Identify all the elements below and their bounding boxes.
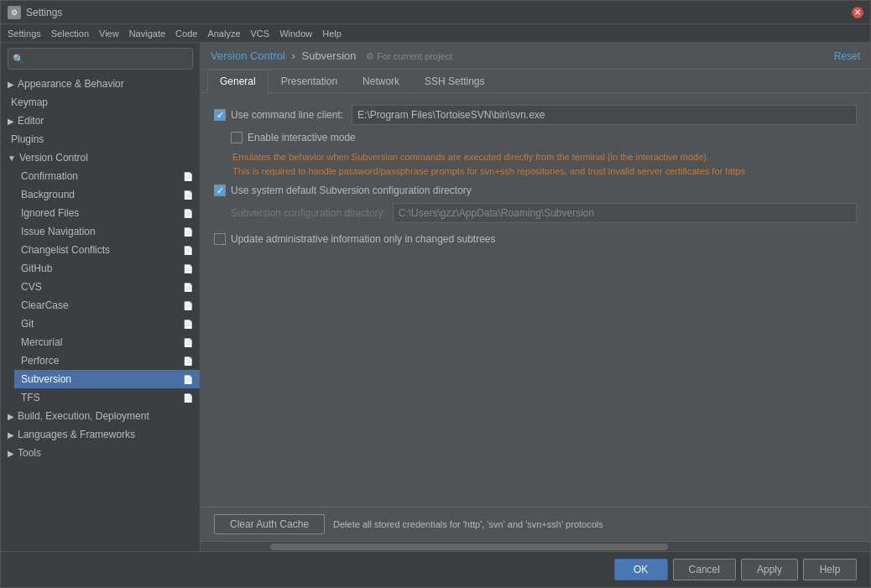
page-icon: 📄 — [183, 283, 193, 292]
scrollbar-thumb[interactable] — [270, 544, 668, 550]
window-controls: ✕ — [852, 7, 863, 18]
menu-view[interactable]: View — [99, 29, 119, 39]
apply-button[interactable]: Apply — [741, 559, 798, 580]
sidebar-section-languages[interactable]: ▶ Languages & Frameworks — [1, 425, 200, 444]
sidebar-item-github[interactable]: GitHub 📄 — [14, 259, 200, 278]
help-button[interactable]: Help — [803, 559, 857, 580]
breadcrumb-root[interactable]: Version Control — [211, 49, 285, 62]
sidebar-item-label: GitHub — [21, 263, 52, 274]
info-line-1: Emulates the behavior when Subversion co… — [232, 150, 857, 164]
bottom-bar: OK Cancel Apply Help — [1, 551, 870, 587]
menu-help[interactable]: Help — [322, 29, 342, 39]
svn-config-dir-input — [393, 203, 857, 223]
breadcrumb-separator: › — [292, 49, 295, 62]
sidebar-item-label: Ignored Files — [21, 207, 79, 219]
menu-window[interactable]: Window — [279, 29, 312, 39]
app-icon: ⚙ — [8, 6, 21, 19]
sidebar-item-changelist-conflicts[interactable]: Changelist Conflicts 📄 — [14, 241, 200, 259]
sidebar-item-background[interactable]: Background 📄 — [14, 185, 200, 204]
clear-auth-cache-button[interactable]: Clear Auth Cache — [214, 514, 325, 534]
sidebar-item-label: Tools — [18, 447, 41, 459]
sidebar-item-label: Languages & Frameworks — [18, 429, 135, 440]
enable-interactive-checkbox[interactable] — [231, 132, 243, 143]
sidebar-item-cvs[interactable]: CVS 📄 — [14, 278, 200, 296]
sidebar-item-ignored-files[interactable]: Ignored Files 📄 — [14, 204, 200, 222]
menu-vcs[interactable]: VCS — [251, 29, 270, 39]
tab-general[interactable]: General — [207, 70, 269, 93]
search-icon: 🔍 — [13, 54, 24, 65]
use-cmd-client-checkbox[interactable] — [214, 109, 226, 121]
reset-button[interactable]: Reset — [834, 50, 860, 62]
search-box: 🔍 — [8, 48, 193, 70]
use-cmd-client-label: Use command line client: — [231, 109, 343, 121]
sidebar-item-mercurial[interactable]: Mercurial 📄 — [14, 333, 200, 351]
chevron-right-icon: ▶ — [8, 430, 14, 440]
sidebar-item-plugins[interactable]: Plugins — [1, 130, 200, 148]
cancel-button[interactable]: Cancel — [673, 559, 736, 580]
svn-config-dir-label: Subversion configuration directory: — [231, 207, 386, 219]
update-admin-label: Update administrative information only i… — [231, 233, 496, 245]
footer-note: Delete all stored credentials for 'http'… — [333, 519, 603, 529]
sidebar-item-tfs[interactable]: TFS 📄 — [14, 388, 200, 407]
close-button[interactable]: ✕ — [852, 7, 863, 18]
menu-settings[interactable]: Settings — [8, 29, 41, 39]
chevron-right-icon: ▶ — [8, 80, 14, 89]
sidebar-item-subversion[interactable]: Subversion 📄 — [14, 370, 200, 388]
sidebar-item-keymap[interactable]: Keymap — [1, 93, 200, 112]
sidebar-section-tools[interactable]: ▶ Tools — [1, 444, 200, 462]
sidebar-item-label: Subversion — [21, 373, 71, 385]
tab-ssh-settings[interactable]: SSH Settings — [412, 70, 497, 93]
sidebar-section-build[interactable]: ▶ Build, Execution, Deployment — [1, 407, 200, 425]
use-sys-default-label: Use system default Subversion configurat… — [231, 185, 472, 196]
tab-presentation[interactable]: Presentation — [269, 70, 350, 93]
chevron-down-icon: ▼ — [8, 154, 16, 163]
page-icon: 📄 — [183, 320, 193, 329]
page-icon: 📄 — [183, 393, 193, 403]
use-sys-default-checkbox[interactable] — [214, 185, 226, 196]
menu-analyze[interactable]: Analyze — [207, 29, 240, 39]
ok-button[interactable]: OK — [614, 559, 668, 580]
sidebar-item-git[interactable]: Git 📄 — [14, 315, 200, 333]
interactive-mode-row: Enable interactive mode — [231, 132, 857, 143]
page-icon: 📄 — [183, 301, 193, 310]
sidebar-section-appearance[interactable]: ▶ Appearance & Behavior — [1, 75, 200, 93]
horizontal-scrollbar[interactable] — [201, 541, 870, 551]
titlebar: ⚙ Settings ✕ — [1, 1, 870, 24]
breadcrumb-current: Subversion — [301, 49, 356, 62]
panel-header: Version Control › Subversion ⚙ For curre… — [201, 43, 870, 70]
sidebar-item-confirmation[interactable]: Confirmation 📄 — [14, 167, 200, 185]
sidebar-item-label: Version Control — [19, 152, 88, 164]
page-icon: 📄 — [183, 227, 193, 237]
breadcrumb: Version Control › Subversion ⚙ For curre… — [211, 49, 452, 62]
sidebar-item-issue-navigation[interactable]: Issue Navigation 📄 — [14, 222, 200, 241]
cmd-client-input[interactable] — [352, 105, 857, 125]
project-note: ⚙ For current project — [366, 51, 452, 61]
cmd-client-row: Use command line client: — [214, 105, 857, 125]
sidebar-item-clearcase[interactable]: ClearCase 📄 — [14, 296, 200, 315]
sidebar-item-label: ClearCase — [21, 299, 69, 311]
search-input[interactable] — [8, 48, 193, 70]
menu-selection[interactable]: Selection — [51, 29, 89, 39]
settings-window: ⚙ Settings ✕ Settings Selection View Nav… — [0, 0, 871, 588]
menu-navigate[interactable]: Navigate — [129, 29, 165, 39]
info-line-2: This is required to handle password/pass… — [232, 164, 857, 179]
sidebar-item-label: Appearance & Behavior — [18, 78, 124, 90]
page-icon: 📄 — [183, 356, 193, 366]
update-admin-row: Update administrative information only i… — [214, 233, 857, 245]
sidebar-item-perforce[interactable]: Perforce 📄 — [14, 351, 200, 370]
page-icon: 📄 — [183, 338, 193, 347]
tab-network[interactable]: Network — [350, 70, 412, 93]
page-icon: 📄 — [183, 246, 193, 255]
sidebar-item-label: Keymap — [11, 96, 48, 108]
sidebar: 🔍 ▶ Appearance & Behavior Keymap ▶ Edito… — [1, 43, 201, 551]
panel-body: Use command line client: Enable interact… — [201, 93, 870, 507]
enable-interactive-label: Enable interactive mode — [248, 132, 356, 143]
sidebar-section-version-control[interactable]: ▼ Version Control — [1, 148, 200, 167]
menubar: Settings Selection View Navigate Code An… — [1, 24, 870, 43]
right-panel: Version Control › Subversion ⚙ For curre… — [201, 43, 870, 551]
sidebar-item-label: Mercurial — [21, 336, 62, 348]
sidebar-section-editor[interactable]: ▶ Editor — [1, 112, 200, 130]
update-admin-checkbox[interactable] — [214, 233, 226, 245]
chevron-right-icon: ▶ — [8, 412, 14, 421]
menu-code[interactable]: Code — [175, 29, 197, 39]
